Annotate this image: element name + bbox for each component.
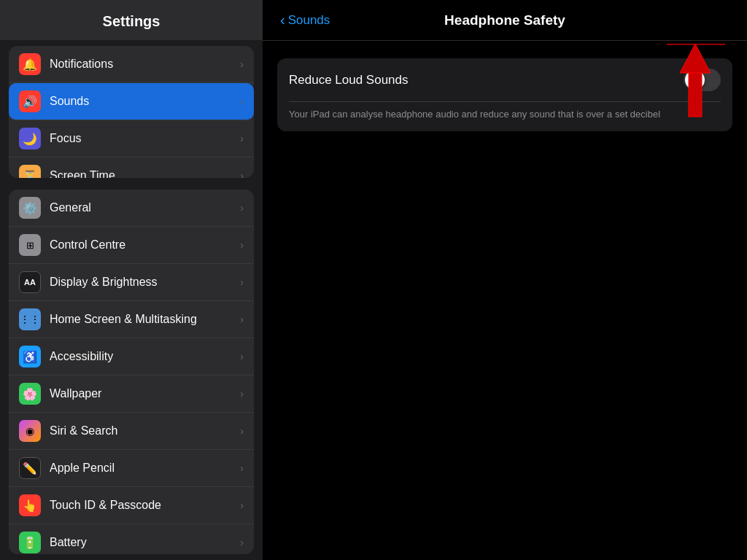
sidebar-item-homescreen[interactable]: ⋮⋮ Home Screen & Multitasking › [9, 301, 254, 338]
chevron-icon: › [240, 388, 244, 400]
focus-icon: 🌙 [19, 128, 41, 149]
notifications-icon: 🔔 [19, 53, 41, 75]
sidebar-title: Settings [0, 0, 263, 40]
chevron-icon: › [240, 58, 244, 70]
battery-icon: 🔋 [19, 532, 41, 553]
sidebar-item-screentime[interactable]: ⏳ Screen Time › [9, 158, 254, 178]
chevron-icon: › [240, 425, 244, 437]
chevron-icon: › [240, 276, 244, 288]
chevron-icon: › [240, 499, 244, 511]
sidebar-item-controlcentre[interactable]: ⊞ Control Centre › [9, 227, 254, 264]
siri-label: Siri & Search [50, 424, 117, 438]
homescreen-icon: ⋮⋮ [19, 308, 41, 330]
display-label: Display & Brightness [50, 276, 158, 289]
annotation-arrow [667, 44, 725, 139]
screentime-label: Screen Time [50, 169, 115, 178]
sidebar-item-general[interactable]: ⚙️ General › [9, 190, 254, 227]
back-chevron-icon: ‹ [280, 12, 285, 28]
siri-icon: ◉ [19, 420, 41, 442]
accessibility-label: Accessibility [50, 350, 113, 363]
back-button[interactable]: ‹ Sounds [280, 12, 330, 28]
sidebar-item-battery[interactable]: 🔋 Battery › [9, 524, 254, 554]
sidebar-item-pencil[interactable]: ✏️ Apple Pencil › [9, 450, 254, 487]
controlcentre-label: Control Centre [50, 238, 125, 252]
headphone-safety-card: Reduce Loud Sounds Your iPad can analyse… [277, 58, 732, 131]
sidebar-section-2: ⚙️ General › ⊞ Control Centre › AA Displ… [9, 190, 254, 554]
general-icon: ⚙️ [19, 197, 41, 219]
controlcentre-icon: ⊞ [19, 234, 41, 256]
main-content: ‹ Sounds Headphone Safety Reduce Loud So… [263, 0, 747, 560]
sidebar-item-siri[interactable]: ◉ Siri & Search › [9, 413, 254, 450]
sidebar-item-notifications[interactable]: 🔔 Notifications › [9, 46, 254, 83]
general-label: General [50, 201, 91, 214]
screentime-icon: ⏳ [19, 165, 41, 178]
chevron-icon: › [240, 96, 244, 107]
touchid-icon: 👆 [19, 494, 41, 516]
sounds-icon: 🔊 [19, 90, 41, 112]
sidebar-item-accessibility[interactable]: ♿ Accessibility › [9, 338, 254, 376]
chevron-icon: › [240, 462, 244, 474]
sidebar-section-1: 🔔 Notifications › 🔊 Sounds › 🌙 Focus › ⏳… [9, 46, 254, 178]
sounds-label: Sounds [50, 95, 89, 108]
headphone-safety-description: Your iPad can analyse headphone audio an… [289, 102, 721, 131]
reduce-loud-sounds-label: Reduce Loud Sounds [289, 73, 684, 88]
page-title: Headphone Safety [444, 12, 565, 28]
chevron-icon: › [240, 133, 244, 144]
back-label: Sounds [288, 13, 330, 28]
chevron-icon: › [240, 170, 244, 178]
sidebar-item-touchid[interactable]: 👆 Touch ID & Passcode › [9, 487, 254, 524]
sidebar-item-focus[interactable]: 🌙 Focus › [9, 120, 254, 158]
sidebar-item-sounds[interactable]: 🔊 Sounds › [9, 83, 254, 120]
chevron-icon: › [240, 239, 244, 251]
pencil-icon: ✏️ [19, 457, 41, 479]
chevron-icon: › [240, 202, 244, 214]
svg-marker-1 [680, 44, 711, 73]
main-header: ‹ Sounds Headphone Safety [263, 0, 747, 41]
touchid-label: Touch ID & Passcode [50, 499, 161, 512]
sidebar-item-wallpaper[interactable]: 🌸 Wallpaper › [9, 376, 254, 413]
accessibility-icon: ♿ [19, 346, 41, 368]
chevron-icon: › [240, 537, 244, 548]
chevron-icon: › [240, 314, 244, 325]
chevron-icon: › [240, 351, 244, 362]
wallpaper-icon: 🌸 [19, 383, 41, 405]
sidebar-item-display[interactable]: AA Display & Brightness › [9, 264, 254, 301]
main-body: Reduce Loud Sounds Your iPad can analyse… [263, 41, 747, 149]
pencil-label: Apple Pencil [50, 462, 115, 475]
notifications-label: Notifications [50, 58, 113, 71]
battery-label: Battery [50, 536, 87, 549]
wallpaper-label: Wallpaper [50, 387, 101, 400]
reduce-loud-sounds-row: Reduce Loud Sounds [289, 58, 721, 102]
focus-label: Focus [50, 132, 82, 145]
display-icon: AA [19, 271, 41, 293]
homescreen-label: Home Screen & Multitasking [50, 313, 197, 326]
sidebar: Settings 🔔 Notifications › 🔊 Sounds › 🌙 … [0, 0, 263, 560]
